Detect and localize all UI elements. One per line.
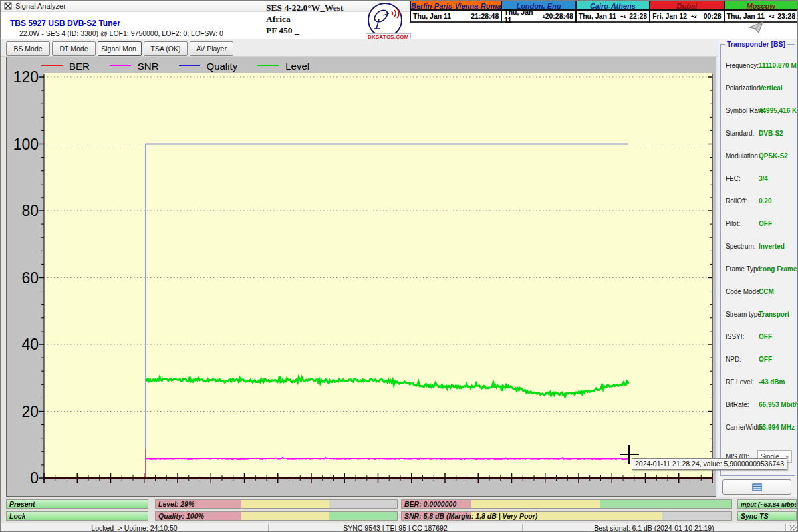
clock-utc-offset: +3	[691, 13, 697, 19]
clock-city-label: Moscow	[725, 1, 797, 11]
field-value: Vertical	[759, 84, 783, 92]
field-label: BitRate:	[726, 401, 749, 408]
field-label: Frame Type:	[726, 265, 763, 273]
field-label: Standard:	[726, 130, 754, 137]
level-gauge-label: Level: 29%	[158, 500, 194, 508]
y-tick-label: 100	[8, 136, 39, 154]
tab-signal-mon-[interactable]: Signal Mon.	[98, 41, 142, 56]
field-value: 3/4	[759, 175, 768, 182]
statusbar-uptime: Locked -> Uptime: 24:10:50	[1, 523, 268, 532]
clock-date: Thu, Jan 11	[579, 12, 616, 20]
y-tick-label: 40	[8, 336, 39, 354]
app-icon	[4, 2, 12, 10]
present-label: Present	[9, 500, 35, 508]
dxsatcs-logo: DXSATCS.COM	[366, 3, 407, 44]
field-label: Code Mode:	[726, 288, 761, 295]
field-value: 11110,870 MHz	[759, 62, 798, 69]
gauge-segment-track	[662, 512, 732, 520]
field-label: Polarization:	[726, 84, 762, 92]
statusbar-best-signal: Best signal: 6,1 dB (2024-01-10 21:19)	[523, 523, 785, 532]
tab-av-player[interactable]: AV Player	[190, 41, 233, 56]
field-value: DVB-S2	[759, 130, 783, 137]
clock-time-row: Thu, Jan 11-120:28:48	[502, 11, 575, 23]
statusbar: Locked -> Uptime: 24:10:50 SYNC 9543 | T…	[1, 523, 798, 532]
transponder-groupbox: Transponder [BS] Frequency:11110,870 MHz…	[720, 44, 795, 476]
field-value: OFF	[759, 333, 772, 340]
input-label: Input (~63,84 Mbps)	[741, 501, 797, 508]
transponder-field-row: Frequency:11110,870 MHz	[721, 55, 795, 78]
clock-time: 00:28	[704, 12, 722, 20]
field-value: Inverted	[759, 243, 785, 250]
field-label: Modulation:	[726, 152, 760, 160]
ber-gauge-label: BER: 0,0000000	[404, 500, 456, 508]
clock-time: 21:28:48	[471, 12, 499, 20]
clock-utc-offset: +1	[620, 13, 626, 19]
signal-gauges: Present Lock Level: 29% Quality: 100% BE…	[1, 497, 798, 523]
legend-item-snr: SNR	[110, 61, 159, 72]
transponder-field-row: BitRate:66,953 Mbit/s	[721, 394, 795, 417]
clock-berlin-paris-vienna-roma: Berlin-Paris-Vienna-RomaThu, Jan 1121:28…	[411, 1, 502, 23]
transponder-field-row: Symbol Rate:44995,416 KS/s	[721, 100, 795, 123]
signal-analyzer-window: Signal Analyzer TBS 5927 USB DVB-S2 Tune…	[0, 0, 798, 532]
clock-utc-offset: +2	[769, 13, 775, 19]
legend-label: Level	[285, 61, 309, 72]
export-table-button[interactable]	[722, 479, 791, 495]
gauge-segment-yellow	[471, 500, 599, 508]
field-label: RollOff:	[726, 198, 747, 205]
ber-gauge: BER: 0,0000000	[401, 499, 732, 509]
signal-chart-panel: BERSNRQualityLevel 020406080100120	[6, 57, 716, 497]
tab-dt-mode[interactable]: DT Mode	[52, 41, 96, 56]
clock-time-row: Fri, Jan 12+300:28	[650, 11, 723, 23]
transponder-field-row: Standard:DVB-S2	[721, 123, 795, 146]
clock-time: 22:28	[629, 12, 647, 20]
value-tooltip: 2024-01-11 21.28.24, value: 5,9000000953…	[632, 458, 787, 470]
transponder-fields: Frequency:11110,870 MHzPolarization:Vert…	[721, 55, 795, 440]
window-title: Signal Analyzer	[15, 2, 66, 10]
field-value: 53,994 MHz	[759, 424, 795, 431]
clock-time: 20:28:48	[545, 12, 573, 20]
transponder-field-row: RF Level:-43 dBm	[721, 372, 795, 394]
transponder-field-row: ISSYI:OFF	[721, 327, 795, 349]
chart-plot-area[interactable]	[44, 73, 712, 479]
quality-gauge: Quality: 100%	[155, 511, 398, 521]
resize-grip[interactable]	[790, 525, 797, 532]
y-tick-label: 20	[8, 403, 39, 421]
transponder-field-row: Code Mode:CCM	[721, 281, 795, 304]
lock-badge: Lock	[6, 511, 148, 521]
clock-city-label: Cairo-Athens	[577, 1, 649, 11]
field-label: Frequency:	[726, 62, 759, 69]
legend-item-level: Level	[257, 61, 309, 72]
tuner-subtitle: 22.0W - SES 4 (ID: 3380) @ LOF1: 9750000…	[19, 29, 223, 37]
crosshair-cursor	[628, 445, 630, 464]
legend-line-sample	[179, 65, 200, 66]
legend-line-sample	[110, 65, 131, 66]
gauge-segment-green	[329, 512, 397, 520]
field-label: FEC:	[726, 175, 741, 182]
tab-tsa-ok-[interactable]: TSA (OK)	[144, 41, 188, 56]
transponder-field-row: FEC:3/4	[721, 168, 795, 191]
mode-tabstrip: BS ModeDT ModeSignal Mon.TSA (OK)AV Play…	[1, 39, 798, 57]
tab-bs-mode[interactable]: BS Mode	[6, 41, 50, 56]
field-value: Transport	[759, 311, 789, 318]
field-label: NPD:	[726, 356, 741, 363]
statusbar-sync: SYNC 9543 | TEI 95 | CC 187692	[269, 523, 522, 532]
transponder-panel: Transponder [BS] Frequency:11110,870 MHz…	[718, 39, 798, 497]
level-gauge: Level: 29%	[155, 499, 398, 509]
mode-tabs: BS ModeDT ModeSignal Mon.TSA (OK)AV Play…	[6, 41, 233, 56]
clock-time-row: Thu, Jan 11+122:28	[577, 11, 649, 23]
field-value: OFF	[759, 220, 772, 227]
table-icon	[752, 483, 762, 491]
clock-time: 23:28	[777, 12, 795, 20]
field-value: CCM	[759, 288, 774, 295]
transponder-field-row: Frame Type:Long Frame	[721, 259, 795, 281]
send-arrow-icon[interactable]	[748, 21, 765, 34]
clock-london-eng: London, EngThu, Jan 11-120:28:48	[502, 1, 576, 23]
clock-moscow: MoscowThu, Jan 11+223:28	[725, 1, 798, 23]
clock-time-row: Thu, Jan 1121:28:48	[411, 11, 501, 23]
field-label: Pilot:	[726, 220, 740, 227]
clock-utc-offset: -1	[541, 13, 545, 19]
transponder-field-row: NPD:OFF	[721, 349, 795, 372]
world-clocks: Berlin-Paris-Vienna-RomaThu, Jan 1121:28…	[410, 1, 798, 23]
legend-item-quality: Quality	[179, 61, 238, 72]
field-value: 44995,416 KS/s	[759, 107, 798, 114]
